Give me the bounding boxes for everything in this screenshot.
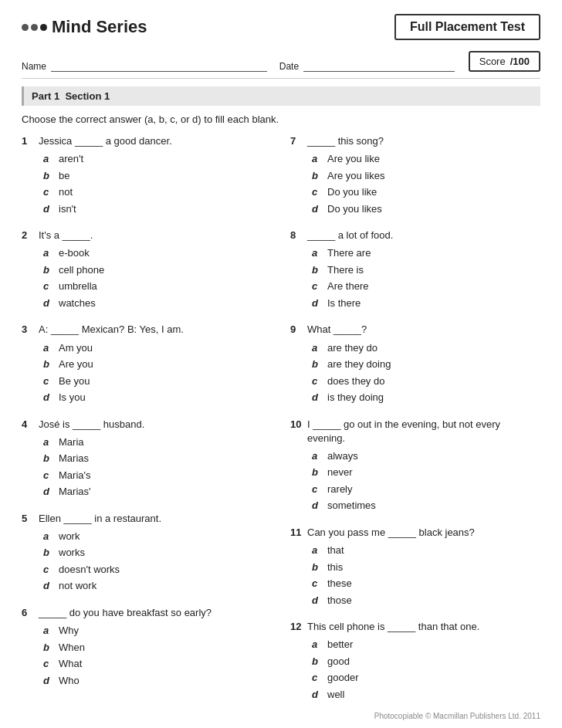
option-8-a: a There are [312,245,540,261]
logo-text: Mind Series [52,17,147,37]
option-10-c: c rarely [312,482,540,497]
option-11-c: c these [312,576,540,591]
option-5-c: c doesn't works [43,562,272,577]
question-9: 9 What _____? a are they do b are they d… [290,323,540,405]
option-10-a: a always [312,449,540,464]
name-line [51,61,267,72]
option-1-b: b be [43,168,272,184]
logo-dot-3 [40,24,47,31]
score-box: Score /100 [469,51,540,72]
score-label: Score [479,56,506,67]
option-7-d: d Do you likes [312,201,540,217]
question-7: 7 _____ this song? a Are you like b Are … [290,134,540,216]
option-7-c: c Do you like [312,185,540,200]
option-3-b: b Are you [43,357,272,372]
option-4-b: b Marias [43,451,272,466]
option-6-b: b When [43,640,272,655]
option-5-a: a work [43,529,272,544]
logo-dot-2 [31,24,38,31]
option-11-d: d those [312,593,540,608]
question-2: 2 It's a _____. a e-book b cell phone c … [22,229,272,310]
option-6-c: c What [43,656,272,672]
option-12-b: b good [312,654,540,669]
logo: Mind Series [22,17,147,37]
question-10: 10 I _____ go out in the evening, but no… [290,418,540,513]
question-1: 1 Jessica _____ a good dancer. a aren't … [22,134,272,216]
question-3: 3 A: _____ Mexican? B: Yes, I am. a Am y… [22,323,272,405]
option-3-a: a Am you [43,340,272,356]
section-header: Part 1 Section 1 [22,86,540,106]
date-line [303,61,455,72]
option-8-d: d Is there [312,296,540,311]
option-12-d: d well [312,687,540,703]
question-4: 4 José is _____ husband. a Maria b Maria… [22,418,272,499]
question-5: 5 Ellen _____ in a restaurant. a work b … [22,512,272,594]
question-6: 6 _____ do you have breakfast so early? … [22,606,272,688]
option-4-c: c Maria's [43,468,272,483]
logo-dots [22,24,47,31]
header: Mind Series Full Placement Test [22,14,540,40]
name-field: Name [22,61,267,72]
option-10-d: d sometimes [312,498,540,513]
option-11-b: b this [312,560,540,575]
questions-grid: 1 Jessica _____ a good dancer. a aren't … [22,134,540,714]
option-7-b: b Are you likes [312,168,540,184]
name-label: Name [22,61,46,72]
option-8-b: b There is [312,262,540,278]
option-8-c: c Are there [312,279,540,294]
option-3-c: c Be you [43,374,272,389]
option-2-a: a e-book [43,245,272,261]
info-row: Name Date Score /100 [22,51,540,79]
question-12: 12 This cell phone is _____ than that on… [290,620,540,702]
option-2-b: b cell phone [43,262,272,278]
option-10-b: b never [312,465,540,480]
logo-dot-1 [22,24,29,31]
option-9-b: b are they doing [312,357,540,372]
question-11: 11 Can you pass me _____ black jeans? a … [290,526,540,608]
right-column: 7 _____ this song? a Are you like b Are … [290,134,540,714]
instructions: Choose the correct answer (a, b, c, or d… [22,113,540,125]
test-title: Full Placement Test [394,14,540,40]
option-1-d: d isn't [43,201,272,217]
option-9-c: c does they do [312,374,540,389]
option-4-a: a Maria [43,435,272,450]
option-3-d: d Is you [43,390,272,405]
option-2-d: d watches [43,296,272,311]
option-11-a: a that [312,543,540,558]
option-6-a: a Why [43,623,272,638]
page: Mind Series Full Placement Test Name Dat… [0,0,562,728]
question-8: 8 _____ a lot of food. a There are b The… [290,229,540,310]
date-field: Date [279,61,455,72]
score-value: /100 [510,56,530,67]
left-column: 1 Jessica _____ a good dancer. a aren't … [22,134,272,714]
option-2-c: c umbrella [43,279,272,294]
option-7-a: a Are you like [312,151,540,167]
option-12-c: c gooder [312,670,540,686]
footer: Photocopiable © Macmillan Publishers Ltd… [374,712,540,720]
option-9-a: a are they do [312,340,540,356]
option-1-c: c not [43,185,272,200]
option-9-d: d is they doing [312,390,540,405]
option-5-d: d not work [43,578,272,594]
option-12-a: a better [312,637,540,652]
date-label: Date [279,61,299,72]
option-6-d: d Who [43,673,272,689]
option-4-d: d Marias' [43,484,272,499]
option-5-b: b works [43,545,272,560]
option-1-a: a aren't [43,151,272,167]
